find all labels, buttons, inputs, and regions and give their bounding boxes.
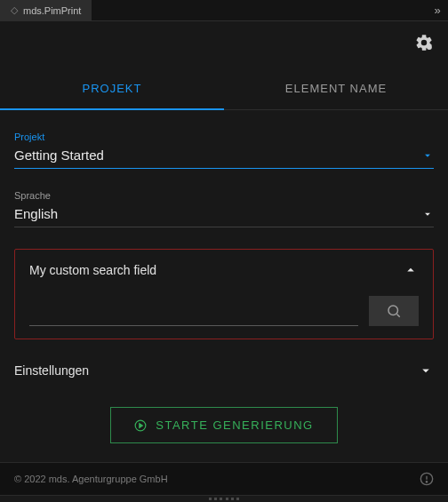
app-window: ◇ mds.PimPrint » PROJEKT ELEMENT NAME Pr… [0,0,448,502]
project-field: Projekt Getting Started [14,110,434,169]
svg-point-7 [426,482,427,482]
footer: © 2022 mds. Agenturgruppe GmbH [0,462,448,495]
copyright-text: © 2022 mds. Agenturgruppe GmbH [14,474,168,484]
header [0,21,448,68]
window-tab[interactable]: ◇ mds.PimPrint [0,0,92,20]
caret-down-icon [421,208,434,220]
panel-title: Einstellungen [14,363,89,378]
panel-header[interactable]: My custom search field [29,262,419,278]
search-input[interactable] [29,301,358,326]
grip-icon [209,498,239,500]
play-icon [134,419,147,432]
content: Projekt Getting Started Sprache English … [0,110,448,462]
svg-point-0 [427,44,432,50]
tab-project[interactable]: PROJEKT [0,68,224,109]
search-icon [386,303,402,319]
chevron-down-icon [418,363,434,378]
custom-search-panel: My custom search field [14,249,434,339]
main-tabs: PROJEKT ELEMENT NAME [0,68,448,110]
titlebar: ◇ mds.PimPrint » [0,0,448,21]
svg-marker-4 [140,423,143,427]
alert-icon[interactable] [420,472,434,486]
project-select[interactable]: Getting Started [14,147,434,169]
tab-label: ELEMENT NAME [285,82,387,95]
language-select[interactable]: English [14,206,434,227]
drag-handle-icon: ◇ [11,5,18,15]
search-button[interactable] [369,296,419,326]
settings-gear-button[interactable] [414,33,434,56]
chevron-up-icon [403,262,419,278]
chevron-right-icon: » [434,4,440,17]
resize-handle[interactable] [0,495,448,502]
language-field: Sprache English [14,169,434,227]
svg-point-1 [388,306,398,315]
field-label: Sprache [14,190,434,201]
panel-title: My custom search field [29,263,156,277]
caret-down-icon [421,149,434,162]
generate-wrap: STARTE GENERIERUNG [14,389,434,458]
field-value: English [14,206,421,221]
expand-button[interactable]: » [427,0,448,20]
tab-label: PROJEKT [83,82,142,95]
svg-line-2 [396,314,399,316]
field-value: Getting Started [14,147,421,163]
field-label: Projekt [14,131,434,142]
window-tab-title: mds.PimPrint [23,5,81,16]
tab-element-name[interactable]: ELEMENT NAME [224,68,448,109]
button-label: STARTE GENERIERUNG [156,418,313,432]
gear-icon [414,33,434,52]
search-row [29,296,419,326]
start-generation-button[interactable]: STARTE GENERIERUNG [110,407,337,443]
settings-panel-header[interactable]: Einstellungen [14,352,434,389]
